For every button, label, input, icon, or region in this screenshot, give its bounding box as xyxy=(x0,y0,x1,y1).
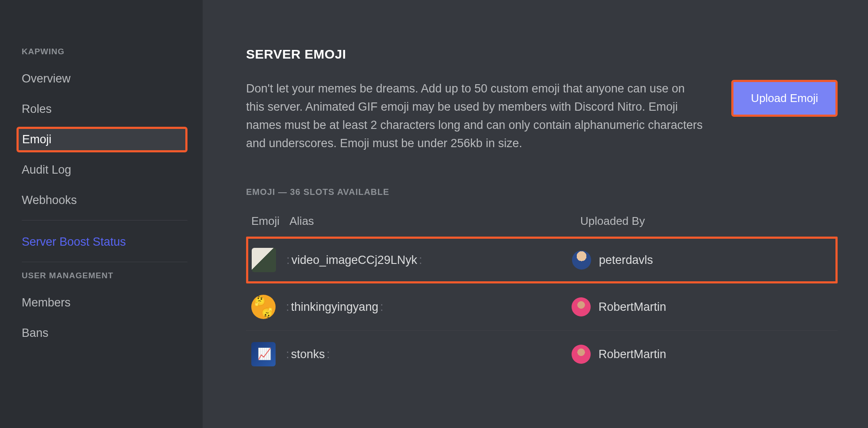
colon-suffix: : xyxy=(419,254,422,267)
colon-prefix: : xyxy=(286,254,290,267)
emoji-thumbnail xyxy=(251,295,276,319)
sidebar-item-webhooks[interactable]: Webhooks xyxy=(16,188,187,213)
colon-prefix: : xyxy=(286,300,289,314)
column-header-emoji: Emoji xyxy=(251,214,289,228)
sidebar-item-audit-log[interactable]: Audit Log xyxy=(16,157,187,183)
avatar xyxy=(572,345,591,364)
uploader-wrap: peterdavls xyxy=(572,250,653,270)
sidebar-divider xyxy=(22,220,187,221)
sidebar-item-roles[interactable]: Roles xyxy=(16,96,187,122)
emoji-row[interactable]: : stonks : RobertMartin xyxy=(246,330,838,378)
uploader-name: RobertMartin xyxy=(598,300,666,314)
sidebar-item-label: Webhooks xyxy=(22,194,77,207)
avatar xyxy=(572,297,591,316)
emoji-table-header: Emoji Alias Uploaded By xyxy=(246,214,838,228)
emoji-alias[interactable]: video_imageCCj29LNyk xyxy=(292,254,418,267)
sidebar-divider xyxy=(22,262,187,262)
upload-emoji-button[interactable]: Upload Emoji xyxy=(731,80,838,117)
uploader-name: peterdavls xyxy=(599,254,653,267)
emoji-alias-wrap: : stonks : xyxy=(276,348,572,361)
sidebar-item-label: Members xyxy=(22,296,71,309)
sidebar-header-user-management: USER MANAGEMENT xyxy=(22,271,187,280)
emoji-row[interactable]: : video_imageCCj29LNyk : peterdavls xyxy=(246,237,838,283)
colon-prefix: : xyxy=(286,348,289,361)
emoji-slots-label: EMOJI — 36 SLOTS AVAILABLE xyxy=(246,187,838,197)
header-row: Don't let your memes be dreams. Add up t… xyxy=(246,80,838,152)
sidebar-item-bans[interactable]: Bans xyxy=(16,320,187,346)
sidebar: KAPWING Overview Roles Emoji Audit Log W… xyxy=(0,0,203,428)
avatar xyxy=(572,250,591,270)
column-header-uploaded-by: Uploaded By xyxy=(580,214,838,228)
sidebar-item-members[interactable]: Members xyxy=(16,290,187,316)
page-title: SERVER EMOJI xyxy=(246,47,838,62)
sidebar-item-boost-status[interactable]: Server Boost Status xyxy=(22,229,187,255)
sidebar-header-server: KAPWING xyxy=(22,47,187,56)
page-description: Don't let your memes be dreams. Add up t… xyxy=(246,80,705,152)
sidebar-item-label: Roles xyxy=(22,102,52,115)
colon-suffix: : xyxy=(380,300,384,314)
colon-suffix: : xyxy=(327,348,330,361)
emoji-row[interactable]: : thinkingyingyang : RobertMartin xyxy=(246,283,838,330)
emoji-alias-wrap: : video_imageCCj29LNyk : xyxy=(276,254,572,267)
emoji-alias-wrap: : thinkingyingyang : xyxy=(276,300,572,314)
emoji-thumbnail xyxy=(251,342,276,366)
emoji-alias[interactable]: thinkingyingyang xyxy=(291,300,378,314)
uploader-name: RobertMartin xyxy=(598,348,666,361)
sidebar-item-label: Server Boost Status xyxy=(22,235,126,248)
sidebar-item-overview[interactable]: Overview xyxy=(16,66,187,92)
sidebar-item-label: Emoji xyxy=(22,133,52,146)
uploader-wrap: RobertMartin xyxy=(572,297,666,316)
sidebar-item-label: Audit Log xyxy=(22,163,71,176)
sidebar-item-label: Bans xyxy=(22,326,49,339)
uploader-wrap: RobertMartin xyxy=(572,345,666,364)
column-header-alias: Alias xyxy=(289,214,580,228)
sidebar-item-label: Overview xyxy=(22,72,71,85)
main-content: SERVER EMOJI Don't let your memes be dre… xyxy=(203,0,868,428)
emoji-thumbnail xyxy=(252,248,276,272)
sidebar-item-emoji[interactable]: Emoji xyxy=(16,127,187,152)
emoji-alias[interactable]: stonks xyxy=(291,348,325,361)
